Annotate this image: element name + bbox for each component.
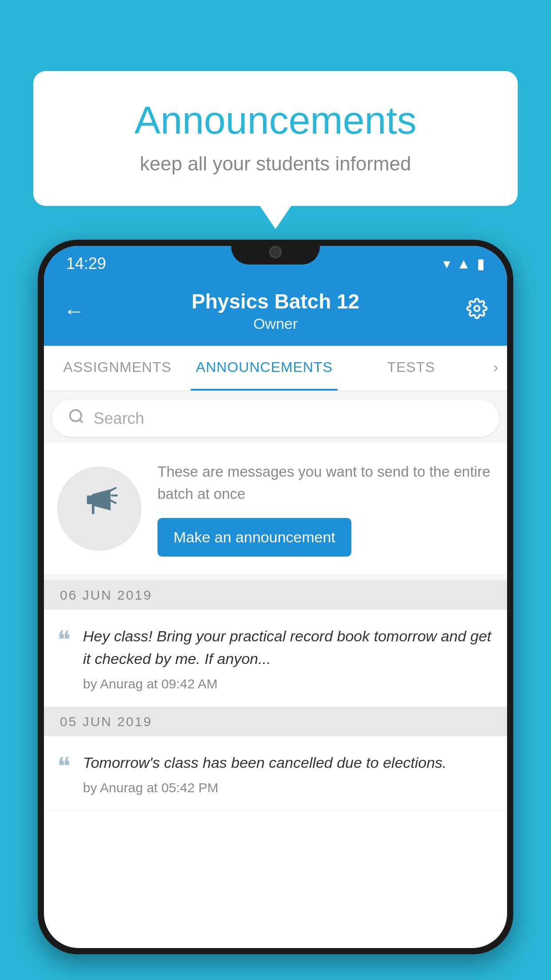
speech-bubble-container: Announcements keep all your students inf… — [33, 71, 518, 206]
date-separator-2: 05 JUN 2019 — [44, 707, 507, 736]
signal-icon: ▲ — [457, 256, 471, 272]
bubble-subtitle: keep all your students informed — [69, 153, 482, 175]
speech-bubble: Announcements keep all your students inf… — [33, 71, 518, 206]
announcement-item-2[interactable]: ❝ Tomorrow's class has been cancelled du… — [44, 736, 507, 811]
svg-line-2 — [79, 419, 83, 423]
back-button[interactable]: ← — [63, 299, 85, 323]
phone-notch — [231, 240, 320, 265]
phone-container: 14:29 ▾ ▲ ▮ ← Physics Batch 12 Owner — [38, 240, 513, 980]
tab-more[interactable]: › — [484, 346, 507, 391]
announcement-text-2: Tomorrow's class has been cancelled due … — [83, 751, 494, 774]
search-icon — [68, 408, 85, 429]
empty-state: These are messages you want to send to t… — [44, 443, 507, 574]
date-separator-1: 06 JUN 2019 — [44, 581, 507, 610]
batch-title: Physics Batch 12 — [85, 289, 466, 313]
tab-tests[interactable]: TESTS — [338, 346, 484, 391]
status-icons: ▾ ▲ ▮ — [443, 255, 485, 272]
search-placeholder: Search — [94, 409, 144, 428]
svg-line-7 — [110, 500, 115, 503]
announcement-author-1: by Anurag at 09:42 AM — [83, 676, 494, 692]
tab-assignments[interactable]: ASSIGNMENTS — [44, 346, 191, 391]
tabs-container: ASSIGNMENTS ANNOUNCEMENTS TESTS › — [44, 346, 507, 391]
megaphone-icon — [79, 484, 119, 533]
announcement-content-1: Hey class! Bring your practical record b… — [83, 625, 494, 692]
phone-screen: 14:29 ▾ ▲ ▮ ← Physics Batch 12 Owner — [44, 246, 507, 948]
svg-rect-3 — [87, 495, 93, 504]
app-bar-title-group: Physics Batch 12 Owner — [85, 289, 466, 332]
svg-line-5 — [110, 488, 115, 490]
battery-icon: ▮ — [477, 255, 485, 272]
settings-button[interactable] — [466, 298, 488, 324]
status-time: 14:29 — [66, 254, 106, 273]
batch-role: Owner — [85, 315, 466, 332]
empty-state-content: These are messages you want to send to t… — [157, 461, 494, 557]
announcement-item-1[interactable]: ❝ Hey class! Bring your practical record… — [44, 610, 507, 707]
quote-icon-1: ❝ — [57, 628, 71, 652]
phone-outer: 14:29 ▾ ▲ ▮ ← Physics Batch 12 Owner — [38, 240, 513, 954]
svg-point-1 — [70, 410, 81, 421]
tab-announcements[interactable]: ANNOUNCEMENTS — [191, 346, 338, 391]
make-announcement-button[interactable]: Make an announcement — [157, 518, 351, 557]
bubble-title: Announcements — [69, 98, 482, 143]
wifi-icon: ▾ — [443, 255, 450, 272]
app-bar: ← Physics Batch 12 Owner — [44, 278, 507, 346]
empty-state-description: These are messages you want to send to t… — [157, 461, 494, 505]
announcement-content-2: Tomorrow's class has been cancelled due … — [83, 751, 494, 795]
search-bar[interactable]: Search — [52, 400, 499, 437]
announcement-author-2: by Anurag at 05:42 PM — [83, 780, 494, 795]
front-camera — [269, 246, 282, 258]
svg-point-0 — [474, 306, 480, 311]
content-area: Search — [44, 391, 507, 811]
quote-icon-2: ❝ — [57, 754, 71, 779]
announcement-text-1: Hey class! Bring your practical record b… — [83, 625, 494, 670]
megaphone-circle — [57, 466, 142, 551]
